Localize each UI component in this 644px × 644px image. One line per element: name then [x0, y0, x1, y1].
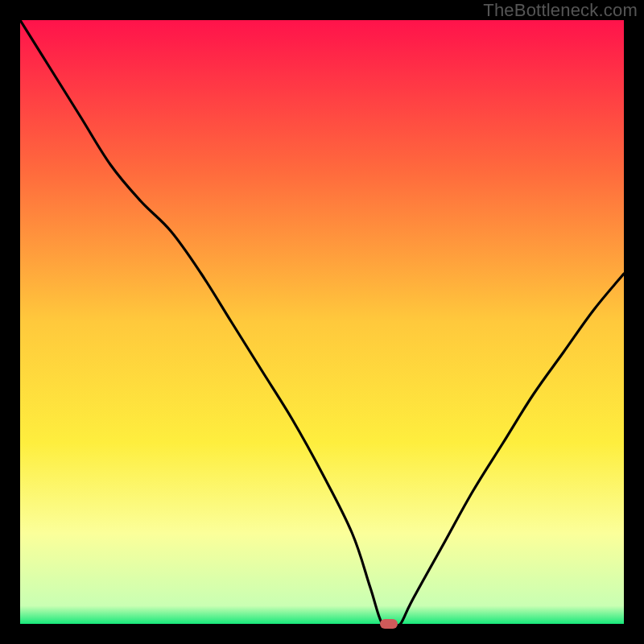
min-point-marker: [380, 619, 398, 629]
watermark-label: TheBottleneck.com: [483, 0, 638, 21]
gradient-background: [20, 20, 624, 624]
plot-area: [20, 20, 624, 624]
chart-svg: [20, 20, 624, 624]
chart-frame: TheBottleneck.com: [0, 0, 644, 644]
